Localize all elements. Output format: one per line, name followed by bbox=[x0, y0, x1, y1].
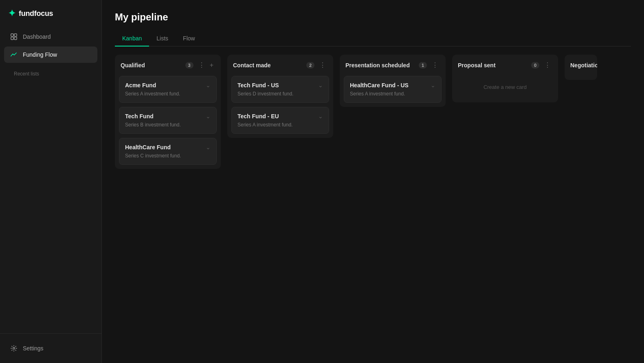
sidebar-item-dashboard[interactable]: Dashboard bbox=[4, 29, 97, 45]
kanban-column-negotiation: Negotiation0⋮ bbox=[565, 55, 597, 80]
svg-rect-2 bbox=[11, 37, 13, 40]
card-chevron-qualified-2: ⌄ bbox=[206, 144, 211, 151]
card-qualified-2[interactable]: HealthCare Fund⌄Series C investment fund… bbox=[119, 138, 217, 165]
sidebar-item-funding-flow[interactable]: Funding Flow bbox=[4, 46, 97, 63]
card-chevron-contact-made-0: ⌄ bbox=[318, 82, 323, 89]
page-title: My pipeline bbox=[115, 11, 631, 23]
card-header-presentation-scheduled-0: HealthCare Fund - US⌄ bbox=[350, 82, 435, 89]
card-chevron-contact-made-1: ⌄ bbox=[318, 113, 323, 120]
column-header-presentation-scheduled: Presentation scheduled1⋮ bbox=[340, 55, 446, 74]
settings-label: Settings bbox=[23, 345, 44, 352]
card-qualified-1[interactable]: Tech Fund⌄Series B investment fund. bbox=[119, 107, 217, 134]
column-actions-proposal-sent: ⋮ bbox=[543, 60, 552, 70]
column-header-proposal-sent: Proposal sent0⋮ bbox=[452, 55, 558, 74]
column-count-presentation-scheduled: 1 bbox=[419, 62, 427, 69]
main-content: My pipeline Kanban Lists Flow Qualified3… bbox=[102, 0, 644, 363]
column-actions-qualified: ⋮+ bbox=[197, 60, 215, 70]
column-title-presentation-scheduled: Presentation scheduled bbox=[345, 62, 415, 69]
column-count-contact-made: 2 bbox=[306, 62, 314, 69]
column-title-negotiation: Negotiation bbox=[570, 62, 597, 69]
card-title-presentation-scheduled-0: HealthCare Fund - US bbox=[350, 82, 409, 89]
column-actions-contact-made: ⋮ bbox=[318, 60, 327, 70]
card-title-contact-made-0: Tech Fund - US bbox=[237, 82, 279, 89]
card-title-qualified-0: Acme Fund bbox=[125, 82, 156, 89]
svg-rect-0 bbox=[11, 34, 13, 36]
column-more-button-qualified[interactable]: ⋮ bbox=[197, 60, 207, 70]
card-chevron-presentation-scheduled-0: ⌄ bbox=[431, 82, 435, 89]
svg-rect-1 bbox=[14, 34, 17, 36]
column-more-button-presentation-scheduled[interactable]: ⋮ bbox=[430, 60, 440, 70]
recent-lists-label: Recent lists bbox=[4, 64, 97, 80]
settings-item[interactable]: Settings bbox=[4, 340, 97, 356]
card-subtitle-contact-made-1: Series A investment fund. bbox=[237, 122, 323, 128]
column-cards-contact-made: Tech Fund - US⌄Series D investment fund.… bbox=[227, 74, 333, 138]
settings-icon bbox=[10, 344, 18, 352]
card-chevron-qualified-1: ⌄ bbox=[206, 113, 211, 120]
column-count-proposal-sent: 0 bbox=[531, 62, 539, 69]
tab-flow[interactable]: Flow bbox=[176, 31, 202, 46]
kanban-column-presentation-scheduled: Presentation scheduled1⋮HealthCare Fund … bbox=[340, 55, 446, 107]
kanban-column-contact-made: Contact made2⋮Tech Fund - US⌄Series D in… bbox=[227, 55, 333, 138]
column-cards-qualified: Acme Fund⌄Series A investment fund.Tech … bbox=[115, 74, 221, 169]
column-cards-presentation-scheduled: HealthCare Fund - US⌄Series A investment… bbox=[340, 74, 446, 107]
card-subtitle-qualified-1: Series B investment fund. bbox=[125, 122, 211, 128]
column-header-qualified: Qualified3⋮+ bbox=[115, 55, 221, 74]
create-card-proposal-sent[interactable]: Create a new card bbox=[456, 76, 554, 98]
card-title-qualified-2: HealthCare Fund bbox=[125, 144, 171, 151]
kanban-column-proposal-sent: Proposal sent0⋮Create a new card bbox=[452, 55, 558, 102]
column-header-contact-made: Contact made2⋮ bbox=[227, 55, 333, 74]
logo-text: fundfocus bbox=[19, 9, 53, 18]
column-actions-presentation-scheduled: ⋮ bbox=[430, 60, 440, 70]
column-cards-negotiation bbox=[565, 74, 597, 80]
card-header-contact-made-0: Tech Fund - US⌄ bbox=[237, 82, 323, 89]
svg-point-4 bbox=[13, 348, 15, 350]
column-title-contact-made: Contact made bbox=[233, 62, 303, 69]
card-header-qualified-1: Tech Fund⌄ bbox=[125, 113, 211, 120]
card-presentation-scheduled-0[interactable]: HealthCare Fund - US⌄Series A investment… bbox=[344, 76, 442, 103]
card-header-contact-made-1: Tech Fund - EU⌄ bbox=[237, 113, 323, 120]
card-qualified-0[interactable]: Acme Fund⌄Series A investment fund. bbox=[119, 76, 217, 103]
sidebar-nav: Dashboard Funding Flow Recent lists bbox=[0, 29, 101, 333]
card-title-contact-made-1: Tech Fund - EU bbox=[237, 113, 279, 120]
card-contact-made-1[interactable]: Tech Fund - EU⌄Series A investment fund. bbox=[231, 107, 329, 134]
sidebar-item-dashboard-label: Dashboard bbox=[23, 33, 51, 40]
column-more-button-contact-made[interactable]: ⋮ bbox=[318, 60, 327, 70]
tab-kanban[interactable]: Kanban bbox=[115, 31, 149, 46]
column-more-button-proposal-sent[interactable]: ⋮ bbox=[543, 60, 552, 70]
column-title-qualified: Qualified bbox=[121, 62, 182, 69]
column-header-negotiation: Negotiation0⋮ bbox=[565, 55, 597, 74]
funding-flow-icon bbox=[10, 51, 18, 59]
card-subtitle-contact-made-0: Series D investment fund. bbox=[237, 91, 323, 97]
card-header-qualified-2: HealthCare Fund⌄ bbox=[125, 144, 211, 151]
column-add-button-qualified[interactable]: + bbox=[208, 60, 215, 70]
kanban-column-qualified: Qualified3⋮+Acme Fund⌄Series A investmen… bbox=[115, 55, 221, 169]
sidebar-item-funding-flow-label: Funding Flow bbox=[23, 51, 57, 58]
card-subtitle-qualified-2: Series C investment fund. bbox=[125, 153, 211, 159]
logo: ✦ fundfocus bbox=[0, 0, 101, 29]
kanban-board: Qualified3⋮+Acme Fund⌄Series A investmen… bbox=[102, 46, 644, 363]
card-chevron-qualified-0: ⌄ bbox=[206, 82, 211, 89]
card-subtitle-presentation-scheduled-0: Series A investment fund. bbox=[350, 91, 435, 97]
card-subtitle-qualified-0: Series A investment fund. bbox=[125, 91, 211, 97]
tab-bar: Kanban Lists Flow bbox=[115, 31, 631, 46]
svg-rect-3 bbox=[14, 37, 17, 40]
sidebar: ✦ fundfocus Dashboard Funding Flow bbox=[0, 0, 102, 363]
card-header-qualified-0: Acme Fund⌄ bbox=[125, 82, 211, 89]
dashboard-icon bbox=[10, 33, 18, 41]
main-header: My pipeline Kanban Lists Flow bbox=[102, 0, 644, 46]
column-count-qualified: 3 bbox=[185, 62, 193, 69]
logo-icon: ✦ bbox=[8, 8, 15, 19]
card-contact-made-0[interactable]: Tech Fund - US⌄Series D investment fund. bbox=[231, 76, 329, 103]
sidebar-footer: Settings bbox=[0, 333, 101, 363]
card-title-qualified-1: Tech Fund bbox=[125, 113, 154, 120]
tab-lists[interactable]: Lists bbox=[149, 31, 176, 46]
column-title-proposal-sent: Proposal sent bbox=[458, 62, 528, 69]
column-cards-proposal-sent: Create a new card bbox=[452, 74, 558, 102]
